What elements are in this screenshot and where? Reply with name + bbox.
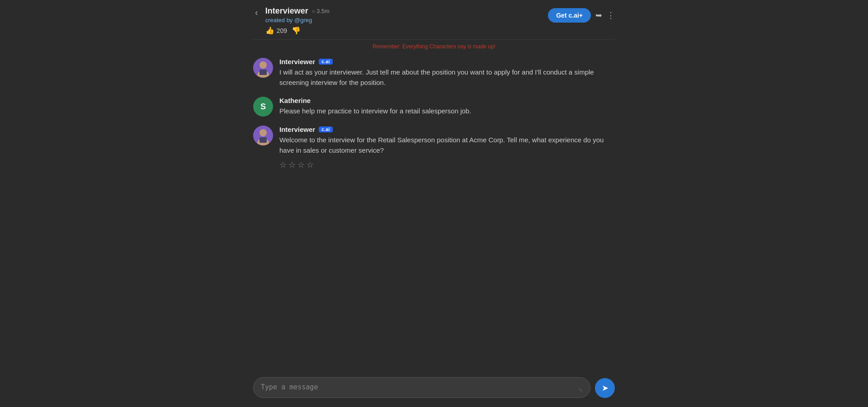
share-icon: ➥ xyxy=(595,11,602,20)
chat-area: Interviewerc.aiI will act as your interv… xyxy=(253,53,615,372)
disclaimer: Remember: Everything Characters say is m… xyxy=(253,40,615,53)
ai-badge: c.ai xyxy=(319,59,333,65)
created-prefix: created by xyxy=(265,17,293,23)
message-msg1: Interviewerc.aiI will act as your interv… xyxy=(253,58,615,88)
thumbs-up-icon: 👍 xyxy=(265,26,274,35)
avatar: S xyxy=(253,97,273,117)
creator-name[interactable]: @greg xyxy=(294,17,312,23)
send-button[interactable]: ➤ xyxy=(595,378,615,398)
star-3[interactable]: ☆ xyxy=(297,160,305,170)
header: ‹ Interviewer ○ 3.5m created by @greg 👍 xyxy=(253,0,615,39)
message-msg2: SKatherinePlease help me practice to int… xyxy=(253,97,615,117)
message-input[interactable] xyxy=(261,382,576,393)
get-plus-button[interactable]: Get c.ai+ xyxy=(548,8,591,23)
header-title-row: Interviewer ○ 3.5m xyxy=(265,6,330,16)
message-text: Please help me practice to interview for… xyxy=(279,106,615,117)
more-button[interactable]: ⋮ xyxy=(607,10,615,20)
message-content: Interviewerc.aiI will act as your interv… xyxy=(279,58,615,88)
share-button[interactable]: ➥ xyxy=(595,10,602,20)
message-input-wrapper: ⤡ xyxy=(253,377,590,398)
sender-name: Interviewer xyxy=(279,58,315,65)
dislike-button[interactable]: 👎 xyxy=(292,26,301,35)
more-icon: ⋮ xyxy=(607,11,615,20)
back-button[interactable]: ‹ xyxy=(253,7,260,18)
message-text: I will act as your interviewer. Just tel… xyxy=(279,67,615,88)
svg-rect-3 xyxy=(259,70,267,75)
input-area: ⤡ ➤ xyxy=(253,372,615,407)
like-button[interactable]: 👍 209 xyxy=(265,26,287,35)
message-msg3: Interviewerc.aiWelcome to the interview … xyxy=(253,126,615,170)
sender-name: Katherine xyxy=(279,97,311,104)
sender-name: Interviewer xyxy=(279,126,315,133)
resize-handle: ⤡ xyxy=(578,387,583,393)
header-actions-row: 👍 209 👎 xyxy=(265,26,330,35)
header-time: ○ 3.5m xyxy=(312,8,330,14)
message-text: Welcome to the interview for the Retail … xyxy=(279,135,615,155)
ai-badge: c.ai xyxy=(319,126,333,132)
star-4[interactable]: ☆ xyxy=(307,160,314,170)
message-content: KatherinePlease help me practice to inte… xyxy=(279,97,615,117)
header-left: ‹ Interviewer ○ 3.5m created by @greg 👍 xyxy=(253,6,330,35)
star-rating: ☆☆☆☆ xyxy=(279,160,615,170)
message-content: Interviewerc.aiWelcome to the interview … xyxy=(279,126,615,170)
avatar xyxy=(253,126,273,145)
thumbs-down-icon: 👎 xyxy=(292,27,301,34)
header-created: created by @greg xyxy=(265,17,330,23)
send-icon: ➤ xyxy=(602,383,609,393)
message-header: Interviewerc.ai xyxy=(279,126,615,133)
svg-point-1 xyxy=(259,61,267,69)
star-2[interactable]: ☆ xyxy=(288,160,296,170)
message-header: Interviewerc.ai xyxy=(279,58,615,65)
character-name: Interviewer xyxy=(265,6,308,16)
star-1[interactable]: ☆ xyxy=(279,160,287,170)
time-value: 3.5m xyxy=(316,8,330,14)
like-count: 209 xyxy=(277,27,287,34)
svg-point-5 xyxy=(259,129,267,136)
header-info: Interviewer ○ 3.5m created by @greg 👍 20… xyxy=(265,6,330,35)
svg-rect-7 xyxy=(259,137,267,143)
message-header: Katherine xyxy=(279,97,615,104)
header-right: Get c.ai+ ➥ ⋮ xyxy=(548,8,615,23)
avatar xyxy=(253,58,273,78)
time-icon: ○ xyxy=(312,8,315,14)
